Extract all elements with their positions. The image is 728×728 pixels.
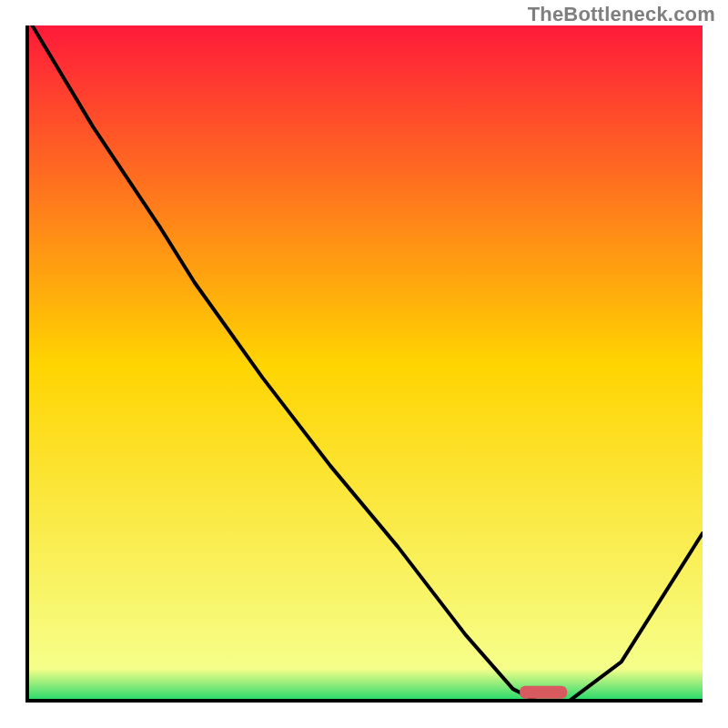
watermark-text: TheBottleneck.com [528,3,715,26]
gradient-background [25,25,703,703]
optimal-marker [520,686,567,699]
chart-container: TheBottleneck.com [0,0,728,728]
bottleneck-chart [25,25,703,703]
